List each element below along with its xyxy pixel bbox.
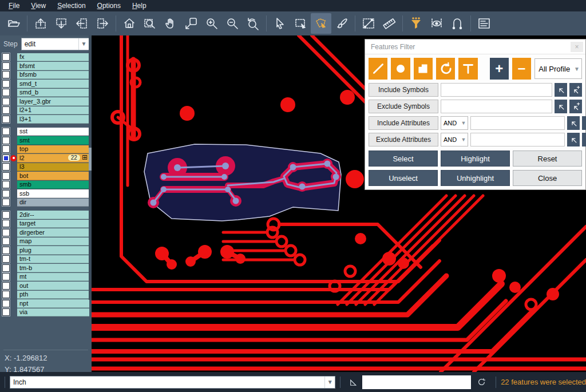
layer-row-smb[interactable]: smb	[0, 180, 92, 189]
zoom-out-button[interactable]	[222, 13, 243, 34]
layer-checkbox[interactable]	[2, 98, 10, 105]
move-right-button[interactable]	[92, 13, 113, 34]
layer-row-dirgerber[interactable]: dirgerber	[0, 228, 92, 237]
filter-type-text-button[interactable]	[458, 58, 477, 80]
layer-name-cell[interactable]: 2dir--	[17, 211, 89, 219]
layer-name-cell[interactable]: target	[17, 220, 89, 228]
layer-row-smd_b[interactable]: smd_b	[0, 88, 92, 97]
angle-corner-icon[interactable]	[349, 377, 359, 387]
dialog-title-bar[interactable]: Features Filter ×	[365, 39, 585, 54]
include-attributes-pick-add-button[interactable]	[582, 116, 586, 130]
highlight-button[interactable]: Highlight	[441, 151, 510, 167]
zoom-previous-button[interactable]	[243, 13, 263, 34]
include-attributes-button[interactable]: Include Attributes	[369, 116, 438, 130]
layer-name-cell[interactable]: bfsmt	[17, 62, 89, 70]
layer-name-cell[interactable]: l2+1	[17, 106, 89, 115]
profile-select[interactable]: All Profile ▼	[534, 58, 582, 79]
layer-checkbox[interactable]	[2, 128, 10, 135]
open-folder-button[interactable]	[3, 13, 24, 34]
filter-type-arc-button[interactable]	[436, 58, 455, 80]
layer-name-cell[interactable]: npt	[17, 299, 89, 308]
layer-row-fx[interactable]: fx	[0, 53, 92, 62]
layer-name-cell[interactable]: dir	[17, 199, 89, 207]
reset-button[interactable]: Reset	[513, 151, 582, 167]
layer-checkbox[interactable]	[2, 264, 10, 272]
layer-checkbox[interactable]	[2, 211, 10, 219]
layer-name-cell[interactable]: via	[17, 308, 89, 317]
layer-checkbox[interactable]	[2, 255, 10, 263]
layer-checkbox[interactable]	[2, 53, 10, 61]
layer-name-cell[interactable]: l3+1	[17, 115, 89, 124]
layer-checkbox[interactable]	[2, 80, 10, 88]
layer-name-cell[interactable]: bot	[17, 172, 89, 180]
exclude-symbols-pick-button[interactable]	[555, 100, 567, 113]
layer-name-cell[interactable]: l3	[17, 163, 89, 172]
layer-row-sst[interactable]: sst	[0, 127, 92, 136]
include-attributes-input[interactable]	[470, 116, 565, 130]
exclude-symbols-pick-add-button[interactable]	[569, 100, 582, 113]
layer-row-pth[interactable]: pth	[0, 290, 92, 299]
layer-row-tm-t[interactable]: tm-t	[0, 255, 92, 264]
layer-row-target[interactable]: target	[0, 219, 92, 228]
close-button[interactable]: Close	[513, 170, 582, 186]
layer-checkbox[interactable]	[2, 137, 10, 144]
layer-checkbox[interactable]	[2, 282, 10, 290]
pan-hand-button[interactable]	[160, 13, 181, 34]
layer-row-bot[interactable]: bot	[0, 172, 92, 181]
exclude-attributes-input[interactable]	[470, 133, 565, 146]
layer-row-top[interactable]: top	[0, 145, 92, 154]
layer-row-l2[interactable]: l222⊞	[0, 154, 92, 163]
ruler-button[interactable]	[379, 13, 399, 34]
filter-type-surface-button[interactable]	[414, 58, 433, 80]
layer-row-mt[interactable]: mt	[0, 272, 92, 282]
zoom-in-button[interactable]	[201, 13, 222, 34]
layer-checkbox[interactable]	[2, 172, 10, 180]
layer-row-2dir--[interactable]: 2dir--	[0, 211, 92, 220]
layer-checkbox[interactable]	[2, 237, 10, 245]
move-left-button[interactable]	[72, 13, 92, 34]
move-down-button[interactable]	[51, 13, 72, 34]
poly-select-button[interactable]	[311, 13, 331, 34]
layer-checkbox[interactable]	[2, 116, 10, 123]
layer-row-bfsmb[interactable]: bfsmb	[0, 70, 92, 80]
grid-icon[interactable]: ⊞	[82, 155, 88, 161]
layer-checkbox[interactable]	[2, 71, 10, 78]
close-icon[interactable]: ×	[571, 42, 583, 52]
layer-name-cell[interactable]: pth	[17, 291, 89, 299]
home-view-button[interactable]	[119, 13, 140, 34]
exclude-symbols-button[interactable]: Exclude Symbols	[369, 100, 438, 113]
include-symbols-button[interactable]: Include Symbols	[369, 83, 438, 97]
layer-name-cell[interactable]: tm-b	[17, 264, 89, 272]
filter-type-pad-button[interactable]	[391, 58, 410, 80]
layer-name-cell[interactable]: smt	[17, 136, 89, 145]
unselect-button[interactable]: Unselect	[369, 170, 438, 186]
layer-name-cell[interactable]: bfsmb	[17, 71, 89, 80]
layer-checkbox[interactable]	[2, 308, 10, 316]
log-panel-button[interactable]	[474, 13, 494, 34]
layer-name-cell[interactable]: mt	[17, 273, 89, 282]
layer-checkbox[interactable]	[2, 273, 10, 280]
layer-checkbox[interactable]	[2, 181, 10, 188]
layer-scrollbar[interactable]	[89, 35, 92, 300]
exclude-symbols-input[interactable]	[441, 100, 552, 113]
brush-select-button[interactable]	[331, 13, 352, 34]
display-options-button[interactable]	[426, 13, 447, 34]
layer-name-cell[interactable]: dirgerber	[17, 228, 89, 237]
exclude-attributes-pick-add-button[interactable]	[582, 133, 586, 146]
include-symbols-pick-add-button[interactable]	[569, 83, 582, 97]
layer-name-cell[interactable]: smb	[17, 181, 89, 189]
layer-row-layer_3.gbr[interactable]: layer_3.gbr	[0, 97, 92, 106]
rect-select-button[interactable]	[290, 13, 311, 34]
exclude-attributes-pick-button[interactable]	[567, 133, 580, 146]
layer-name-cell[interactable]: ssb	[17, 189, 89, 198]
add-filter-button[interactable]: +	[490, 58, 509, 80]
layer-name-cell[interactable]: out	[17, 282, 89, 290]
layer-checkbox[interactable]	[2, 199, 10, 206]
command-input[interactable]	[362, 375, 471, 389]
layer-name-cell[interactable]: plug	[17, 246, 89, 255]
layer-row-bfsmt[interactable]: bfsmt	[0, 62, 92, 71]
layer-row-smt[interactable]: smt	[0, 136, 92, 145]
layer-row-via[interactable]: via	[0, 308, 92, 317]
unhighlight-button[interactable]: Unhighlight	[441, 170, 510, 186]
layer-checkbox[interactable]	[2, 291, 10, 298]
